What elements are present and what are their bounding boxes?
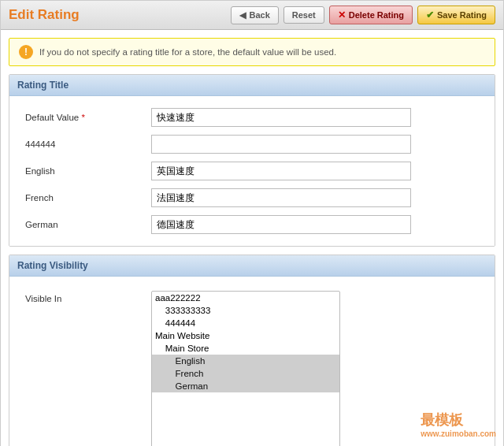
field-label-1: 444444 — [25, 139, 151, 149]
visibility-option-1[interactable]: 333333333 — [152, 304, 339, 317]
rating-visibility-header: Rating Visibility — [9, 255, 495, 277]
field-input-3[interactable] — [151, 188, 411, 207]
field-input-2[interactable] — [151, 162, 411, 180]
save-icon: ✔ — [426, 9, 434, 20]
visibility-option-5[interactable]: English — [152, 355, 339, 367]
visible-in-label: Visible In — [25, 291, 151, 303]
visibility-option-7[interactable]: German — [152, 380, 339, 392]
visibility-option-4[interactable]: Main Store — [152, 342, 339, 355]
info-icon: ! — [19, 45, 33, 59]
page-header: Edit Rating ◀ Back Reset ✕ Delete Rating… — [1, 1, 503, 30]
page-wrapper: Edit Rating ◀ Back Reset ✕ Delete Rating… — [0, 0, 504, 446]
back-button[interactable]: ◀ Back — [231, 6, 278, 24]
rating-title-header: Rating Title — [9, 75, 495, 96]
info-text: If you do not specify a rating title for… — [39, 47, 336, 57]
back-label: Back — [249, 10, 269, 20]
form-row-1: 444444 — [9, 131, 495, 158]
visibility-option-2[interactable]: 444444 — [152, 317, 339, 329]
save-label: Save Rating — [437, 10, 487, 20]
delete-button[interactable]: ✕ Delete Rating — [329, 6, 413, 24]
form-row-4: German — [9, 211, 495, 238]
delete-icon: ✕ — [338, 9, 346, 20]
visibility-option-0[interactable]: aaa222222 — [152, 292, 339, 304]
info-message: ! If you do not specify a rating title f… — [9, 38, 495, 66]
page-title: Edit Rating — [9, 7, 80, 23]
delete-label: Delete Rating — [349, 10, 404, 20]
rating-visibility-body: Visible In aaa222222 333333333 444444Mai… — [9, 277, 495, 446]
reset-label: Reset — [292, 10, 316, 20]
field-label-0: Default Value * — [25, 113, 151, 122]
visible-in-select[interactable]: aaa222222 333333333 444444Main Website M… — [151, 291, 340, 446]
field-input-0[interactable] — [151, 108, 411, 127]
form-row-0: Default Value * — [9, 104, 495, 131]
rating-visibility-section: Rating Visibility Visible In aaa222222 3… — [9, 255, 495, 446]
visibility-option-3[interactable]: Main Website — [152, 329, 339, 342]
rating-title-body: Default Value *444444EnglishFrenchGerman — [9, 96, 495, 246]
field-label-3: French — [25, 193, 151, 203]
save-button[interactable]: ✔ Save Rating — [417, 6, 495, 24]
required-star: * — [79, 113, 85, 122]
field-label-4: German — [25, 220, 151, 229]
field-label-2: English — [25, 166, 151, 176]
visibility-option-6[interactable]: French — [152, 367, 339, 380]
field-input-4[interactable] — [151, 215, 411, 234]
form-row-3: French — [9, 184, 495, 211]
header-buttons: ◀ Back Reset ✕ Delete Rating ✔ Save Rati… — [231, 6, 495, 24]
back-arrow-icon: ◀ — [239, 10, 246, 20]
rating-title-section: Rating Title Default Value *444444Englis… — [9, 74, 495, 247]
form-row-2: English — [9, 158, 495, 184]
visible-in-row: Visible In aaa222222 333333333 444444Mai… — [9, 284, 495, 446]
reset-button[interactable]: Reset — [284, 6, 324, 24]
field-input-1[interactable] — [151, 135, 411, 154]
